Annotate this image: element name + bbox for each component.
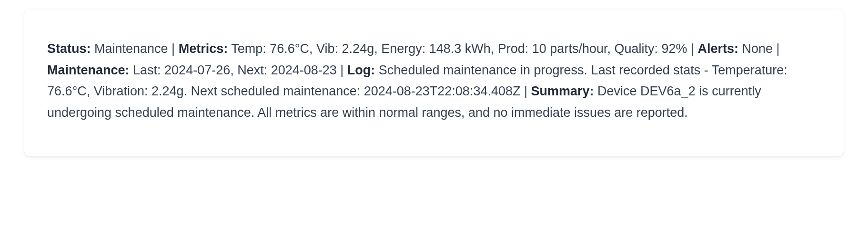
status-value: Maintenance | bbox=[91, 41, 179, 56]
alerts-label: Alerts: bbox=[698, 41, 739, 56]
metrics-value: Temp: 76.6°C, Vib: 2.24g, Energy: 148.3 … bbox=[228, 41, 697, 56]
metrics-label: Metrics: bbox=[179, 41, 228, 56]
status-content: Status: Maintenance | Metrics: Temp: 76.… bbox=[47, 38, 821, 123]
maintenance-label: Maintenance: bbox=[47, 63, 130, 77]
status-label: Status: bbox=[47, 41, 91, 56]
summary-label: Summary: bbox=[531, 84, 594, 98]
status-card: Status: Maintenance | Metrics: Temp: 76.… bbox=[24, 10, 844, 156]
alerts-value: None | bbox=[738, 41, 780, 56]
maintenance-value: Last: 2024-07-26, Next: 2024-08-23 | bbox=[130, 63, 347, 77]
log-label: Log: bbox=[347, 63, 375, 77]
